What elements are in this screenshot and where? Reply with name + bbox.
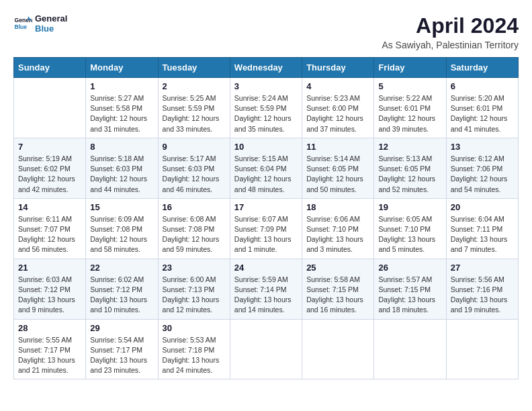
day-info: Sunrise: 5:54 AM Sunset: 7:17 PM Dayligh… — [90, 335, 153, 376]
day-number: 2 — [163, 81, 226, 91]
calendar-week-row: 28Sunrise: 5:55 AM Sunset: 7:17 PM Dayli… — [14, 319, 519, 379]
day-number: 5 — [378, 81, 441, 91]
calendar-cell: 30Sunrise: 5:53 AM Sunset: 7:18 PM Dayli… — [158, 319, 230, 379]
day-number: 24 — [234, 263, 298, 273]
day-number: 17 — [234, 202, 298, 212]
day-info: Sunrise: 5:57 AM Sunset: 7:15 PM Dayligh… — [378, 275, 441, 316]
day-info: Sunrise: 5:59 AM Sunset: 7:14 PM Dayligh… — [234, 275, 298, 316]
calendar-cell: 4Sunrise: 5:23 AM Sunset: 6:00 PM Daylig… — [302, 78, 374, 138]
day-info: Sunrise: 5:18 AM Sunset: 6:03 PM Dayligh… — [90, 154, 153, 195]
calendar-cell: 27Sunrise: 5:56 AM Sunset: 7:16 PM Dayli… — [446, 259, 518, 319]
day-info: Sunrise: 5:19 AM Sunset: 6:02 PM Dayligh… — [18, 154, 81, 195]
day-info: Sunrise: 6:09 AM Sunset: 7:08 PM Dayligh… — [90, 214, 153, 255]
weekday-header-wednesday: Wednesday — [230, 58, 302, 78]
day-number: 12 — [378, 142, 441, 152]
calendar-cell: 19Sunrise: 6:05 AM Sunset: 7:10 PM Dayli… — [374, 198, 446, 259]
day-number: 21 — [18, 263, 81, 273]
day-info: Sunrise: 5:13 AM Sunset: 6:05 PM Dayligh… — [378, 154, 441, 195]
day-info: Sunrise: 5:53 AM Sunset: 7:18 PM Dayligh… — [163, 335, 226, 376]
day-number: 29 — [90, 323, 153, 333]
day-number: 18 — [306, 202, 369, 212]
day-number: 20 — [451, 202, 514, 212]
page-header: General Blue General Blue April 2024 As … — [13, 13, 519, 50]
day-number: 16 — [163, 202, 226, 212]
calendar-cell — [446, 319, 518, 379]
day-info: Sunrise: 6:03 AM Sunset: 7:12 PM Dayligh… — [18, 275, 81, 316]
calendar-cell: 18Sunrise: 6:06 AM Sunset: 7:10 PM Dayli… — [302, 198, 374, 259]
day-number: 26 — [378, 263, 441, 273]
svg-text:Blue: Blue — [15, 24, 28, 30]
day-number: 15 — [90, 202, 153, 212]
logo-blue: Blue — [35, 24, 67, 34]
day-info: Sunrise: 5:20 AM Sunset: 6:01 PM Dayligh… — [451, 93, 514, 134]
calendar-week-row: 1Sunrise: 5:27 AM Sunset: 5:58 PM Daylig… — [14, 78, 519, 138]
logo-icon: General Blue — [13, 14, 32, 33]
calendar-week-row: 21Sunrise: 6:03 AM Sunset: 7:12 PM Dayli… — [14, 259, 519, 319]
day-number: 9 — [163, 142, 226, 152]
month-title: April 2024 — [382, 13, 519, 38]
weekday-header-tuesday: Tuesday — [158, 58, 230, 78]
calendar-cell: 13Sunrise: 6:12 AM Sunset: 7:06 PM Dayli… — [446, 138, 518, 198]
day-number: 8 — [90, 142, 153, 152]
day-info: Sunrise: 5:15 AM Sunset: 6:04 PM Dayligh… — [234, 154, 298, 195]
title-block: April 2024 As Sawiyah, Palestinian Terri… — [382, 13, 519, 50]
weekday-header-friday: Friday — [374, 58, 446, 78]
calendar-cell — [374, 319, 446, 379]
day-info: Sunrise: 5:56 AM Sunset: 7:16 PM Dayligh… — [451, 275, 514, 316]
day-info: Sunrise: 6:05 AM Sunset: 7:10 PM Dayligh… — [378, 214, 441, 255]
calendar-cell: 14Sunrise: 6:11 AM Sunset: 7:07 PM Dayli… — [14, 198, 86, 259]
day-number: 3 — [234, 81, 298, 91]
weekday-header-thursday: Thursday — [302, 58, 374, 78]
calendar-table: SundayMondayTuesdayWednesdayThursdayFrid… — [13, 57, 519, 379]
day-info: Sunrise: 6:12 AM Sunset: 7:06 PM Dayligh… — [451, 154, 514, 195]
weekday-header-sunday: Sunday — [14, 58, 86, 78]
day-info: Sunrise: 5:14 AM Sunset: 6:05 PM Dayligh… — [306, 154, 369, 195]
calendar-week-row: 7Sunrise: 5:19 AM Sunset: 6:02 PM Daylig… — [14, 138, 519, 198]
day-info: Sunrise: 6:04 AM Sunset: 7:11 PM Dayligh… — [451, 214, 514, 255]
logo: General Blue General Blue — [13, 13, 67, 34]
day-info: Sunrise: 5:25 AM Sunset: 5:59 PM Dayligh… — [163, 93, 226, 134]
calendar-cell: 21Sunrise: 6:03 AM Sunset: 7:12 PM Dayli… — [14, 259, 86, 319]
calendar-cell: 10Sunrise: 5:15 AM Sunset: 6:04 PM Dayli… — [230, 138, 302, 198]
day-number: 4 — [306, 81, 369, 91]
day-number: 13 — [451, 142, 514, 152]
day-info: Sunrise: 6:00 AM Sunset: 7:13 PM Dayligh… — [163, 275, 226, 316]
weekday-header-monday: Monday — [86, 58, 158, 78]
logo-general: General — [35, 13, 67, 24]
day-number: 19 — [378, 202, 441, 212]
calendar-cell: 2Sunrise: 5:25 AM Sunset: 5:59 PM Daylig… — [158, 78, 230, 138]
day-number: 23 — [163, 263, 226, 273]
calendar-cell: 5Sunrise: 5:22 AM Sunset: 6:01 PM Daylig… — [374, 78, 446, 138]
day-number: 28 — [18, 323, 81, 333]
calendar-cell: 17Sunrise: 6:07 AM Sunset: 7:09 PM Dayli… — [230, 198, 302, 259]
day-info: Sunrise: 5:23 AM Sunset: 6:00 PM Dayligh… — [306, 93, 369, 134]
calendar-cell: 22Sunrise: 6:02 AM Sunset: 7:12 PM Dayli… — [86, 259, 158, 319]
day-info: Sunrise: 5:24 AM Sunset: 5:59 PM Dayligh… — [234, 93, 298, 134]
calendar-cell: 20Sunrise: 6:04 AM Sunset: 7:11 PM Dayli… — [446, 198, 518, 259]
calendar-cell: 8Sunrise: 5:18 AM Sunset: 6:03 PM Daylig… — [86, 138, 158, 198]
calendar-cell — [14, 78, 86, 138]
day-info: Sunrise: 6:06 AM Sunset: 7:10 PM Dayligh… — [306, 214, 369, 255]
day-number: 22 — [90, 263, 153, 273]
day-info: Sunrise: 6:07 AM Sunset: 7:09 PM Dayligh… — [234, 214, 298, 255]
calendar-cell — [230, 319, 302, 379]
day-info: Sunrise: 5:17 AM Sunset: 6:03 PM Dayligh… — [163, 154, 226, 195]
day-info: Sunrise: 5:22 AM Sunset: 6:01 PM Dayligh… — [378, 93, 441, 134]
day-number: 7 — [18, 142, 81, 152]
day-info: Sunrise: 6:08 AM Sunset: 7:08 PM Dayligh… — [163, 214, 226, 255]
day-number: 10 — [234, 142, 298, 152]
calendar-cell: 15Sunrise: 6:09 AM Sunset: 7:08 PM Dayli… — [86, 198, 158, 259]
day-number: 27 — [451, 263, 514, 273]
calendar-cell — [302, 319, 374, 379]
calendar-cell: 7Sunrise: 5:19 AM Sunset: 6:02 PM Daylig… — [14, 138, 86, 198]
day-number: 11 — [306, 142, 369, 152]
calendar-cell: 3Sunrise: 5:24 AM Sunset: 5:59 PM Daylig… — [230, 78, 302, 138]
day-number: 6 — [451, 81, 514, 91]
calendar-cell: 9Sunrise: 5:17 AM Sunset: 6:03 PM Daylig… — [158, 138, 230, 198]
calendar-cell: 16Sunrise: 6:08 AM Sunset: 7:08 PM Dayli… — [158, 198, 230, 259]
calendar-cell: 12Sunrise: 5:13 AM Sunset: 6:05 PM Dayli… — [374, 138, 446, 198]
calendar-cell: 28Sunrise: 5:55 AM Sunset: 7:17 PM Dayli… — [14, 319, 86, 379]
day-number: 30 — [163, 323, 226, 333]
day-info: Sunrise: 5:58 AM Sunset: 7:15 PM Dayligh… — [306, 275, 369, 316]
day-number: 1 — [90, 81, 153, 91]
